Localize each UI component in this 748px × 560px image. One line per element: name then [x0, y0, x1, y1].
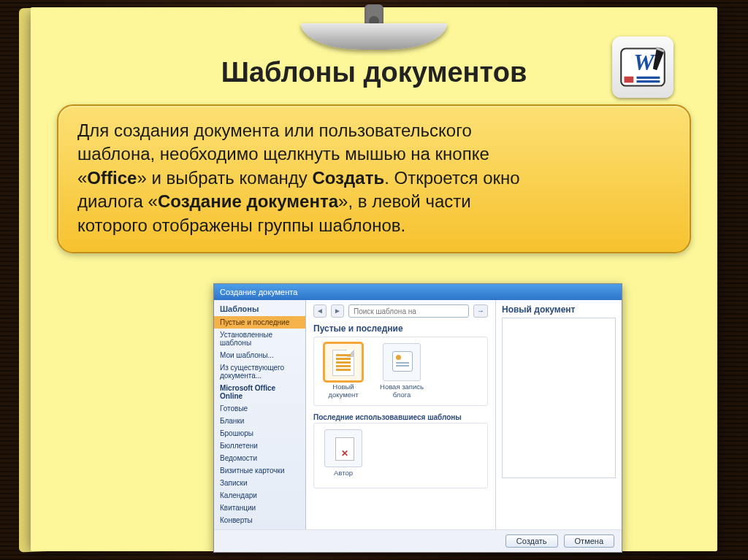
sidebar-item[interactable]: Ведомости	[214, 452, 305, 464]
template-thumb-new-document[interactable]: Новый документ	[320, 343, 367, 399]
sidebar-item[interactable]: Конверты	[214, 514, 305, 526]
svg-rect-3	[637, 77, 660, 79]
cancel-button[interactable]: Отмена	[564, 534, 614, 548]
dialog-titlebar: Создание документа	[214, 284, 622, 300]
note-line: «Office» и выбрать команду Создать. Откр…	[77, 166, 671, 190]
dialog-center-pane: ◄ ► → Пустые и последние Новый документ …	[306, 300, 496, 529]
sidebar-item[interactable]: Квитанции	[214, 502, 305, 514]
template-thumb-new-blog-post[interactable]: Новая запись блога	[378, 343, 425, 399]
description-box: Для создания документа или пользовательс…	[57, 104, 691, 253]
sidebar-heading: Шаблоны	[214, 303, 305, 316]
search-go-button[interactable]: →	[473, 304, 488, 318]
sidebar-item[interactable]: Мои шаблоны...	[214, 349, 305, 361]
section-heading: Пустые и последние	[313, 322, 488, 337]
preview-area	[502, 318, 616, 478]
new-document-dialog: Создание документа Шаблоны Пустые и посл…	[213, 283, 622, 553]
binder-clip	[301, 4, 447, 55]
sidebar-item[interactable]: Визитные карточки	[214, 464, 305, 477]
template-thumb-recent[interactable]: Автор	[320, 429, 367, 482]
dialog-sidebar: Шаблоны Пустые и последние Установленные…	[214, 300, 306, 529]
template-search-input[interactable]	[348, 304, 469, 318]
section-heading: Последние использовавшиеся шаблоны	[313, 412, 488, 423]
svg-rect-4	[637, 80, 660, 83]
sidebar-item[interactable]: Бланки	[214, 415, 305, 427]
sidebar-item[interactable]: Установленные шаблоны	[214, 329, 305, 349]
svg-text:W: W	[633, 50, 656, 75]
sidebar-item[interactable]: Брошюры	[214, 427, 305, 440]
svg-rect-2	[625, 77, 634, 83]
note-line: шаблона, необходимо щелкнуть мышью на кн…	[77, 142, 671, 166]
note-line: диалога «Создание документа», в левой ча…	[77, 190, 671, 213]
nav-back-button[interactable]: ◄	[313, 304, 327, 318]
sidebar-item[interactable]: Календари	[214, 489, 305, 502]
create-button[interactable]: Создать	[505, 534, 558, 548]
sidebar-item[interactable]: Из существующего документа...	[214, 361, 305, 382]
sidebar-item[interactable]: Пустые и последние	[214, 316, 305, 329]
clipboard-sheet: W Шаблоны документов Для создания докуме…	[31, 7, 717, 551]
note-line: Для создания документа или пользовательс…	[77, 119, 671, 142]
preview-heading: Новый документ	[502, 304, 616, 318]
dialog-preview-pane: Новый документ	[496, 300, 622, 529]
word-app-icon: W	[612, 37, 673, 98]
sidebar-item[interactable]: Записки	[214, 477, 305, 489]
sidebar-item[interactable]: Готовые	[214, 402, 305, 415]
note-line: которого отображены группы шаблонов.	[77, 214, 671, 237]
nav-forward-button[interactable]: ►	[331, 304, 344, 318]
sidebar-item[interactable]: Microsoft Office Online	[214, 382, 305, 402]
sidebar-item[interactable]: Бюллетени	[214, 440, 305, 452]
